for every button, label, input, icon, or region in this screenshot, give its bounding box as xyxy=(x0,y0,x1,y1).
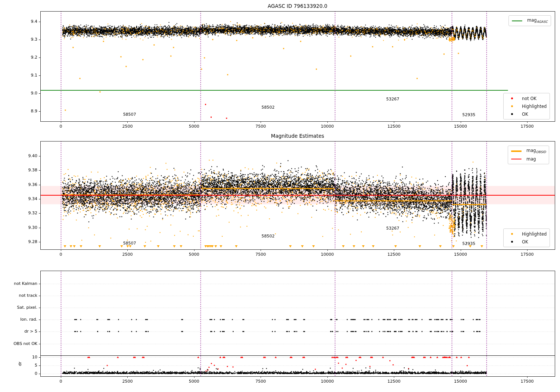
x-tick-label: 15000 xyxy=(448,379,474,384)
flag-category-label: OBS not OK xyxy=(3,341,37,346)
legend-label: not OK xyxy=(522,96,536,101)
legend-entry: Highlighted xyxy=(506,102,547,110)
x-tick-label: 0 xyxy=(48,379,74,384)
y-tick-label: 8.9 xyxy=(14,109,37,114)
legend-entry: Highlighted xyxy=(506,230,547,238)
y-tick-label: 9.1 xyxy=(14,73,37,78)
x-tick-label: 0 xyxy=(48,124,74,129)
x-tick-label: 2500 xyxy=(114,124,140,129)
obsid-label: 53267 xyxy=(378,226,408,231)
flag-category-label: Ion. rad. xyxy=(3,317,37,322)
legend-dot-sample xyxy=(506,233,517,235)
x-tick-label: 17500 xyxy=(514,252,540,257)
y-tick-label: 9.30 xyxy=(14,225,37,230)
x-tick-label: 12500 xyxy=(381,124,407,129)
legend-line-sample xyxy=(511,159,522,159)
legend-mag-agasc: magAGASC xyxy=(508,15,551,26)
legend-entry: OK xyxy=(506,110,547,118)
x-tick-label: 10000 xyxy=(314,379,340,384)
legend-dot-sample xyxy=(506,105,517,107)
x-tick-label: 12500 xyxy=(381,252,407,257)
obsid-label: 58502 xyxy=(253,105,283,110)
x-tick-label: 10000 xyxy=(314,252,340,257)
plot1-title: AGASC ID 796133920.0 xyxy=(40,3,555,9)
legend-point-types-2: HighlightedOK xyxy=(503,228,550,247)
y-tick-label: 9.2 xyxy=(14,55,37,60)
y-tick-label: 9.40 xyxy=(14,153,37,159)
x-tick-label: 12500 xyxy=(381,379,407,384)
obsid-label: 58507 xyxy=(115,241,144,246)
legend-label: magOBSID xyxy=(526,148,546,154)
x-tick-label: 15000 xyxy=(448,124,474,129)
legend-line-sample xyxy=(511,21,523,21)
x-tick-label: 17500 xyxy=(514,124,540,129)
flag-category-label: not Kalman xyxy=(3,281,37,286)
obsid-label: 52935 xyxy=(454,112,484,118)
x-tick-label: 7500 xyxy=(248,124,274,129)
y-tick-label: 9.3 xyxy=(14,37,37,42)
legend-dot-sample xyxy=(506,97,517,99)
flag-category-label: dr > 5 xyxy=(3,329,37,334)
y-tick-label: 9.34 xyxy=(14,196,37,202)
obsid-label: 58507 xyxy=(115,112,144,117)
y-tick-label: 9.28 xyxy=(14,239,37,245)
figure: AGASC ID 796133920.0 Magnitude Estimates… xyxy=(0,0,560,392)
legend-entry: magAGASC xyxy=(511,17,548,25)
legend-label: magAGASC xyxy=(527,18,548,24)
legend-dot-sample xyxy=(506,241,517,243)
legend-entry: magOBSID xyxy=(511,147,546,155)
x-tick-label: 7500 xyxy=(248,379,274,384)
y-tick-label: 9.38 xyxy=(14,168,37,173)
dr-tick-label: 5 xyxy=(14,363,37,368)
obsid-label: 58502 xyxy=(253,234,283,239)
legend-label: Highlighted xyxy=(522,231,547,237)
y-tick-label: 9.0 xyxy=(14,91,37,96)
legend-point-types: not OKHighlightedOK xyxy=(503,93,550,119)
dr-tick-label: 0 xyxy=(14,371,37,376)
dr-tick-label: 10 xyxy=(14,355,37,360)
legend-entry: not OK xyxy=(506,94,547,102)
plot2-title: Magnitude Estimates xyxy=(40,133,555,139)
obsid-label: 53267 xyxy=(378,97,408,102)
x-tick-label: 17500 xyxy=(514,379,540,384)
legend-entry: OK xyxy=(506,238,547,246)
y-tick-label: 9.32 xyxy=(14,211,37,216)
legend-label: Highlighted xyxy=(522,104,547,109)
x-tick-label: 2500 xyxy=(114,379,140,384)
x-tick-label: 2500 xyxy=(114,252,140,257)
x-tick-label: 5000 xyxy=(181,379,207,384)
x-tick-label: 15000 xyxy=(448,252,474,257)
y-tick-label: 9.4 xyxy=(14,19,37,24)
chart-canvas xyxy=(0,0,560,392)
x-tick-label: 10000 xyxy=(314,124,340,129)
y-tick-label: 9.36 xyxy=(14,182,37,187)
legend-label: OK xyxy=(522,239,528,245)
x-tick-label: 0 xyxy=(48,252,74,257)
legend-label: mag xyxy=(526,156,536,162)
x-tick-label: 7500 xyxy=(248,252,274,257)
legend-dot-sample xyxy=(506,113,517,115)
legend-line-sample xyxy=(511,150,522,152)
legend-entry: mag xyxy=(511,155,546,163)
obsid-label: 52935 xyxy=(454,241,484,246)
flag-category-label: Sat. pixel. xyxy=(3,305,37,310)
flag-category-label: not track xyxy=(3,293,37,298)
legend-mag-lines: magOBSIDmag xyxy=(508,146,549,164)
legend-label: OK xyxy=(522,112,528,117)
x-tick-label: 5000 xyxy=(181,252,207,257)
x-tick-label: 5000 xyxy=(181,124,207,129)
